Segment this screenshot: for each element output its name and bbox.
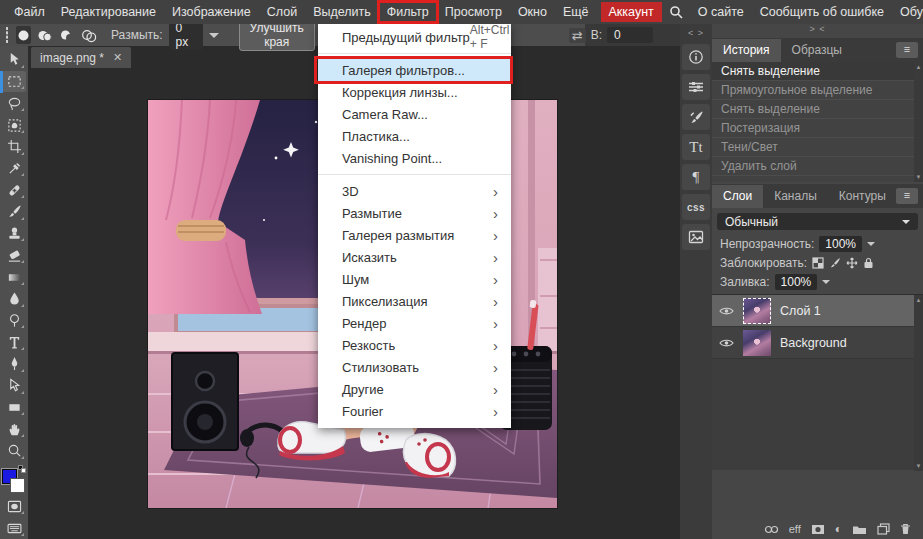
clone-stamp-tool[interactable]	[2, 223, 26, 245]
pen-tool[interactable]	[2, 353, 26, 375]
history-step[interactable]: Прямоугольное выделение	[712, 81, 923, 100]
delete-layer-icon[interactable]	[900, 523, 911, 535]
menu-item-vanishing-point[interactable]: Vanishing Point...	[318, 147, 511, 169]
history-menu-icon[interactable]	[896, 42, 918, 58]
lock-position-icon[interactable]	[846, 257, 858, 269]
brush-tool[interactable]	[2, 201, 26, 223]
layer-group-icon[interactable]	[852, 524, 867, 535]
layer-name[interactable]: Слой 1	[780, 304, 821, 318]
menu-item-liquify[interactable]: Пластика...	[318, 125, 511, 147]
tab-layers[interactable]: Слои	[712, 185, 763, 208]
menu-image[interactable]: Изображение	[164, 2, 259, 22]
menu-item-previous-filter[interactable]: Предыдущий фильтр Alt+Ctrl + F	[318, 26, 511, 48]
menu-layer[interactable]: Слой	[259, 2, 305, 22]
menu-file[interactable]: Файл	[6, 2, 53, 22]
document-tab[interactable]: image.png *	[31, 47, 131, 68]
selection-mode-new-icon[interactable]	[16, 26, 31, 44]
color-swatches[interactable]	[1, 465, 27, 496]
hand-tool[interactable]	[2, 418, 26, 440]
menu-item-lens-correction[interactable]: Коррекция линзы...	[318, 81, 511, 103]
b-input[interactable]: 0	[607, 27, 653, 43]
menu-item-other[interactable]: Другие	[318, 378, 511, 400]
menu-filter[interactable]: Фильтр	[379, 2, 437, 22]
menu-view[interactable]: Просмотр	[437, 2, 510, 22]
css-panel-icon[interactable]: css	[682, 194, 710, 220]
blend-mode-select[interactable]: Обычный	[717, 213, 918, 230]
layer-effects-icon[interactable]: eff	[789, 523, 801, 535]
link-layers-icon[interactable]	[764, 525, 779, 534]
layer-thumbnail[interactable]	[743, 330, 771, 356]
info-icon[interactable]	[682, 44, 710, 70]
menu-select[interactable]: Выделить	[305, 2, 379, 22]
feather-dropdown-icon[interactable]	[209, 33, 219, 43]
dodge-tool[interactable]	[2, 310, 26, 332]
lock-all-icon[interactable]	[863, 257, 874, 269]
crop-tool[interactable]	[2, 136, 26, 158]
tab-history[interactable]: История	[712, 39, 781, 62]
menu-more[interactable]: Ещё	[555, 2, 597, 22]
visibility-eye-icon[interactable]	[719, 338, 734, 348]
menu-item-render[interactable]: Рендер	[318, 312, 511, 334]
menu-item-stylize[interactable]: Стилизовать	[318, 356, 511, 378]
type-tool[interactable]	[2, 331, 26, 353]
history-step[interactable]: Постеризация	[712, 119, 923, 138]
background-color-swatch[interactable]	[10, 478, 25, 493]
gradient-tool[interactable]	[2, 266, 26, 288]
menu-item-noise[interactable]: Шум	[318, 268, 511, 290]
layer-row-layer1[interactable]: Слой 1	[712, 295, 923, 327]
link-about[interactable]: О сайте	[690, 2, 752, 22]
layer-thumbnail[interactable]	[743, 298, 771, 324]
healing-brush-tool[interactable]	[2, 179, 26, 201]
menu-item-blur-gallery[interactable]: Галерея размытия	[318, 224, 511, 246]
lock-transparency-icon[interactable]	[812, 257, 824, 269]
menu-item-camera-raw[interactable]: Camera Raw...	[318, 103, 511, 125]
search-icon[interactable]	[662, 5, 690, 19]
history-step[interactable]: Снять выделение	[712, 62, 923, 81]
menu-item-blur[interactable]: Размытие	[318, 202, 511, 224]
history-step[interactable]: Удалить слой	[712, 157, 923, 176]
adjustment-layer-icon[interactable]	[835, 522, 842, 536]
account-button[interactable]: Аккаунт	[601, 2, 662, 22]
menu-item-fourier[interactable]: Fourier	[318, 400, 511, 422]
history-scrollbar[interactable]	[914, 62, 923, 182]
brush-settings-icon[interactable]	[682, 104, 710, 130]
quick-select-tool[interactable]	[2, 114, 26, 136]
shape-tool[interactable]	[2, 397, 26, 419]
collapse-panel-icon[interactable]	[712, 24, 923, 38]
layer-row-background[interactable]: Background	[712, 327, 923, 359]
menu-item-pixelate[interactable]: Пикселизация	[318, 290, 511, 312]
new-layer-icon[interactable]	[877, 523, 890, 535]
swap-icon[interactable]	[569, 28, 586, 43]
blur-tool[interactable]	[2, 288, 26, 310]
opacity-input[interactable]: 100%	[819, 236, 862, 252]
menu-item-3d[interactable]: 3D	[318, 180, 511, 202]
eyedropper-tool[interactable]	[2, 158, 26, 180]
selection-mode-subtract-icon[interactable]	[59, 26, 75, 44]
link-report-bug[interactable]: Сообщить об ошибке	[752, 2, 892, 22]
path-select-tool[interactable]	[2, 375, 26, 397]
collapse-rail-icon[interactable]	[688, 24, 704, 42]
default-colors-icon[interactable]	[18, 465, 27, 474]
layer-mask-icon[interactable]	[811, 524, 825, 535]
menu-item-sharpen[interactable]: Резкость	[318, 334, 511, 356]
eraser-tool[interactable]	[2, 244, 26, 266]
menu-window[interactable]: Окно	[510, 2, 555, 22]
lasso-tool[interactable]	[2, 92, 26, 114]
close-tab-icon[interactable]	[113, 51, 122, 64]
layer-name[interactable]: Background	[780, 336, 847, 350]
menu-edit[interactable]: Редактирование	[53, 2, 164, 22]
quick-mask-icon[interactable]	[2, 496, 26, 518]
selection-mode-intersect-icon[interactable]	[81, 26, 97, 44]
paragraph-panel-icon[interactable]: ¶	[682, 164, 710, 190]
rectangle-select-tool[interactable]	[2, 71, 26, 93]
selection-mode-add-icon[interactable]	[37, 26, 53, 44]
move-tool[interactable]	[2, 49, 26, 71]
fill-input[interactable]: 100%	[775, 274, 818, 290]
menu-item-filter-gallery[interactable]: Галерея фильтров...	[318, 59, 511, 81]
tab-paths[interactable]: Контуры	[828, 185, 897, 208]
feather-input[interactable]: 0 px	[169, 20, 203, 50]
history-step[interactable]: Тени/Свет	[712, 138, 923, 157]
lock-pixels-icon[interactable]	[829, 257, 841, 269]
layers-scrollbar[interactable]	[914, 295, 923, 471]
link-learn[interactable]: Обучение	[892, 2, 923, 22]
